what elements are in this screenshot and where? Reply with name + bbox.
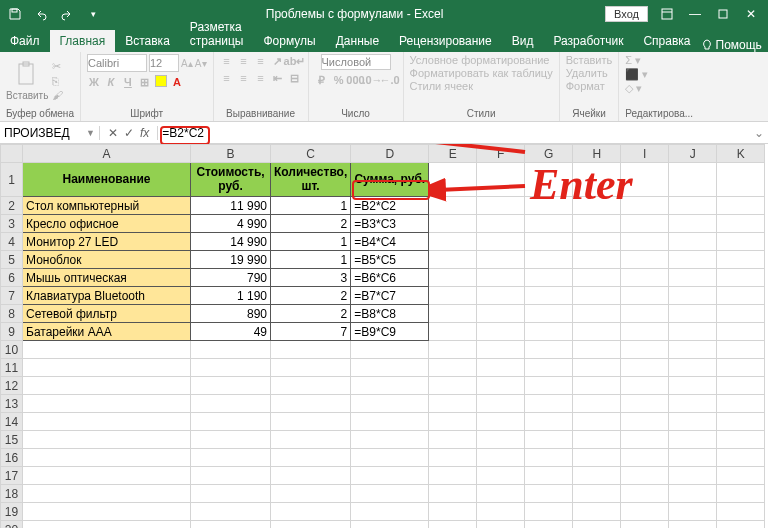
cell[interactable] xyxy=(191,359,271,377)
cell[interactable] xyxy=(621,449,669,467)
cell[interactable] xyxy=(429,485,477,503)
column-header-D[interactable]: D xyxy=(351,145,429,163)
cell[interactable] xyxy=(429,431,477,449)
cell[interactable] xyxy=(525,305,573,323)
cell[interactable] xyxy=(351,467,429,485)
cell[interactable] xyxy=(191,341,271,359)
cell[interactable] xyxy=(669,305,717,323)
cell-price[interactable]: 49 xyxy=(191,323,271,341)
header-name[interactable]: Наименование xyxy=(23,163,191,197)
row-header-1[interactable]: 1 xyxy=(1,163,23,197)
cell-formula[interactable]: =B2*C2 xyxy=(351,197,429,215)
cell[interactable] xyxy=(525,377,573,395)
tab-formulas[interactable]: Формулы xyxy=(253,30,325,52)
save-icon[interactable] xyxy=(4,3,26,25)
row-header-14[interactable]: 14 xyxy=(1,413,23,431)
cell-qty[interactable]: 2 xyxy=(271,305,351,323)
cell[interactable] xyxy=(271,377,351,395)
cell[interactable] xyxy=(525,233,573,251)
cell[interactable] xyxy=(669,467,717,485)
cell[interactable] xyxy=(429,251,477,269)
cell[interactable] xyxy=(669,215,717,233)
cell[interactable] xyxy=(669,413,717,431)
cell[interactable] xyxy=(621,467,669,485)
cell[interactable] xyxy=(351,377,429,395)
bold-button[interactable]: Ж xyxy=(87,75,101,89)
cell-name[interactable]: Кресло офисное xyxy=(23,215,191,233)
cell[interactable] xyxy=(271,341,351,359)
row-header-4[interactable]: 4 xyxy=(1,233,23,251)
cell-qty[interactable]: 3 xyxy=(271,269,351,287)
cell[interactable] xyxy=(573,377,621,395)
align-middle-icon[interactable]: ≡ xyxy=(237,54,251,68)
cell-qty[interactable]: 1 xyxy=(271,197,351,215)
row-header-2[interactable]: 2 xyxy=(1,197,23,215)
tab-insert[interactable]: Вставка xyxy=(115,30,180,52)
row-header-12[interactable]: 12 xyxy=(1,377,23,395)
column-header-K[interactable]: K xyxy=(717,145,765,163)
cell[interactable] xyxy=(23,467,191,485)
percent-icon[interactable]: % xyxy=(332,73,346,87)
cell[interactable] xyxy=(717,521,765,529)
copy-icon[interactable]: ⎘ xyxy=(52,75,63,87)
cell[interactable] xyxy=(525,467,573,485)
cell[interactable] xyxy=(23,359,191,377)
cell-price[interactable]: 890 xyxy=(191,305,271,323)
cell[interactable] xyxy=(525,431,573,449)
row-header-8[interactable]: 8 xyxy=(1,305,23,323)
cell[interactable] xyxy=(621,215,669,233)
row-header-15[interactable]: 15 xyxy=(1,431,23,449)
cell-qty[interactable]: 7 xyxy=(271,323,351,341)
cell[interactable] xyxy=(477,305,525,323)
cell[interactable] xyxy=(429,413,477,431)
cell[interactable] xyxy=(477,377,525,395)
row-header-3[interactable]: 3 xyxy=(1,215,23,233)
decrease-decimal-icon[interactable]: ←.0 xyxy=(383,73,397,87)
font-size-select[interactable] xyxy=(149,54,179,72)
paste-button[interactable]: Вставить xyxy=(6,60,48,101)
tab-data[interactable]: Данные xyxy=(326,30,389,52)
cell[interactable] xyxy=(477,233,525,251)
cell[interactable] xyxy=(429,359,477,377)
cell[interactable] xyxy=(717,395,765,413)
cell[interactable] xyxy=(351,413,429,431)
formula-input[interactable] xyxy=(162,126,746,140)
cell[interactable] xyxy=(525,215,573,233)
row-header-20[interactable]: 20 xyxy=(1,521,23,529)
cell[interactable] xyxy=(573,269,621,287)
currency-icon[interactable]: ₽ xyxy=(315,73,329,87)
column-header-E[interactable]: E xyxy=(429,145,477,163)
increase-decimal-icon[interactable]: .0→ xyxy=(366,73,380,87)
tab-review[interactable]: Рецензирование xyxy=(389,30,502,52)
cell[interactable] xyxy=(429,323,477,341)
cell[interactable] xyxy=(429,449,477,467)
cell[interactable] xyxy=(429,305,477,323)
row-header-7[interactable]: 7 xyxy=(1,287,23,305)
cell[interactable] xyxy=(717,377,765,395)
cell[interactable] xyxy=(669,269,717,287)
maximize-icon[interactable] xyxy=(710,3,736,25)
cell[interactable] xyxy=(191,485,271,503)
cell[interactable] xyxy=(429,287,477,305)
cell[interactable] xyxy=(573,485,621,503)
tab-view[interactable]: Вид xyxy=(502,30,544,52)
row-header-13[interactable]: 13 xyxy=(1,395,23,413)
cell-name[interactable]: Мышь оптическая xyxy=(23,269,191,287)
cell[interactable] xyxy=(429,395,477,413)
cell[interactable] xyxy=(429,215,477,233)
cell[interactable] xyxy=(717,413,765,431)
cell[interactable] xyxy=(525,521,573,529)
tab-home[interactable]: Главная xyxy=(50,30,116,52)
cell[interactable] xyxy=(717,215,765,233)
insert-cells-button[interactable]: Вставить xyxy=(566,54,613,66)
cell[interactable] xyxy=(717,197,765,215)
cell[interactable] xyxy=(573,431,621,449)
row-header-9[interactable]: 9 xyxy=(1,323,23,341)
cell[interactable] xyxy=(271,521,351,529)
cell[interactable] xyxy=(573,413,621,431)
cell-qty[interactable]: 1 xyxy=(271,251,351,269)
redo-icon[interactable] xyxy=(56,3,78,25)
cell[interactable] xyxy=(573,233,621,251)
cell[interactable] xyxy=(669,233,717,251)
cell-price[interactable]: 1 190 xyxy=(191,287,271,305)
